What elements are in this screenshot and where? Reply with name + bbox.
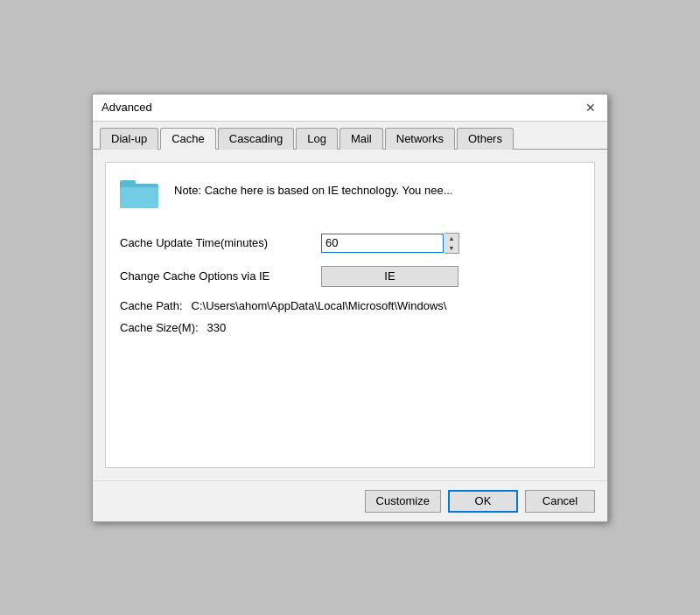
spinner-up-button[interactable]: ▲ [444, 234, 458, 243]
cache-panel: Note: Cache here is based on IE technolo… [105, 162, 595, 468]
info-text: Note: Cache here is based on IE technolo… [174, 177, 452, 197]
cancel-button[interactable]: Cancel [525, 490, 595, 513]
cache-update-row: Cache Update Time(minutes) ▲ ▼ [120, 233, 580, 254]
svg-rect-2 [120, 187, 158, 208]
button-bar: Customize OK Cancel [93, 480, 607, 521]
tab-dialup[interactable]: Dial-up [100, 128, 158, 150]
cache-size-label: Cache Size(M): [120, 321, 199, 334]
cache-path-value: C:\Users\ahom\AppData\Local\Microsoft\Wi… [192, 299, 447, 312]
cache-update-input[interactable] [321, 234, 444, 253]
tab-mail[interactable]: Mail [340, 128, 383, 150]
cache-path-row: Cache Path: C:\Users\ahom\AppData\Local\… [120, 299, 580, 312]
tab-log[interactable]: Log [296, 128, 338, 150]
cache-path-label: Cache Path: [120, 299, 183, 312]
ok-button[interactable]: OK [448, 490, 518, 513]
title-bar: Advanced ✕ [93, 94, 607, 122]
tab-cascading[interactable]: Cascading [218, 128, 294, 150]
window-title: Advanced [102, 101, 152, 114]
tab-networks[interactable]: Networks [385, 128, 455, 150]
folder-icon [120, 177, 162, 212]
tab-cache[interactable]: Cache [160, 128, 216, 150]
close-button[interactable]: ✕ [583, 100, 598, 115]
customize-button[interactable]: Customize [365, 490, 441, 513]
cache-update-label: Cache Update Time(minutes) [120, 236, 312, 249]
info-row: Note: Cache here is based on IE technolo… [120, 177, 580, 212]
spinner-buttons: ▲ ▼ [444, 233, 459, 254]
change-cache-row: Change Cache Options via IE IE [120, 266, 580, 287]
ie-button[interactable]: IE [321, 266, 458, 287]
content-area: Note: Cache here is based on IE technolo… [93, 150, 607, 480]
spinner-down-button[interactable]: ▼ [444, 243, 458, 253]
cache-update-input-group: ▲ ▼ [321, 233, 459, 254]
tab-bar: Dial-up Cache Cascading Log Mail Network… [93, 122, 607, 150]
change-cache-label: Change Cache Options via IE [120, 269, 312, 283]
svg-rect-1 [120, 180, 136, 187]
tab-others[interactable]: Others [457, 128, 514, 150]
cache-size-row: Cache Size(M): 330 [120, 321, 580, 334]
cache-size-value: 330 [207, 321, 227, 334]
advanced-dialog: Advanced ✕ Dial-up Cache Cascading Log M… [92, 94, 608, 522]
